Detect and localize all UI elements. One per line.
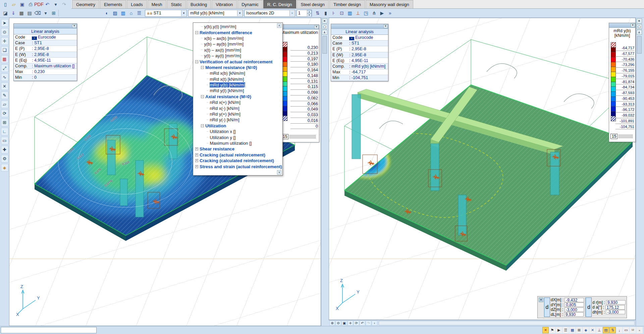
tree-expander-icon[interactable]: + bbox=[195, 153, 198, 156]
tree-expander-icon[interactable]: − bbox=[201, 95, 204, 98]
tree-expander-icon[interactable]: ┄ bbox=[207, 130, 208, 133]
tab[interactable]: Mesh bbox=[148, 0, 166, 8]
region-tool[interactable]: ▱ bbox=[1, 101, 8, 108]
display-settings-button[interactable]: ☰ bbox=[136, 9, 143, 17]
animation-button[interactable]: ▶ bbox=[378, 9, 386, 17]
tab[interactable]: Static bbox=[167, 0, 186, 8]
tab[interactable]: Vibration bbox=[212, 0, 237, 8]
tree-item[interactable]: + Stress and strain (actual reinforcemen… bbox=[193, 163, 282, 169]
delete-options-button[interactable]: ▾ bbox=[42, 9, 49, 17]
previous-view-button[interactable]: ↶ bbox=[360, 321, 365, 326]
tree-item[interactable]: ┄ y(b) – ay(b) [mm²/m] bbox=[193, 41, 282, 47]
tables-button[interactable]: ▦ bbox=[18, 9, 25, 17]
tree-item[interactable]: ┄ Utilization y [] bbox=[193, 134, 282, 140]
tab[interactable]: Masonry wall design bbox=[366, 0, 413, 8]
region-display-button[interactable]: ▥ bbox=[119, 9, 127, 17]
status-snap-intersect[interactable]: ✕ bbox=[589, 327, 596, 333]
scroll-up-icon[interactable]: ∧ bbox=[277, 23, 281, 28]
tree-expander-icon[interactable]: ┄ bbox=[201, 37, 203, 40]
next-view-button[interactable]: ↷ bbox=[366, 321, 371, 326]
status-snap-vert[interactable]: ↓ bbox=[616, 327, 623, 333]
close-icon[interactable]: ✕ bbox=[539, 297, 543, 302]
shell-results-button[interactable]: ◐ bbox=[103, 9, 111, 17]
status-flag[interactable]: ⚑ bbox=[549, 327, 555, 333]
undo-button[interactable]: ↶ bbox=[44, 1, 51, 8]
close-icon[interactable]: ✕ bbox=[637, 18, 642, 23]
delete-results-button[interactable]: ⌫ bbox=[34, 9, 41, 17]
tree-expander-icon[interactable]: ┄ bbox=[207, 89, 208, 92]
tree-expander-icon[interactable]: − bbox=[201, 124, 204, 127]
pan-view-button[interactable]: ✛ bbox=[347, 321, 353, 326]
tree-expander-icon[interactable]: + bbox=[195, 147, 198, 150]
panel-titlebar[interactable]: ✕ bbox=[609, 23, 635, 28]
tree-item[interactable]: ┄ mRd x(t) [kNm/m] bbox=[193, 76, 282, 82]
tab[interactable]: R. C. Design bbox=[263, 0, 296, 8]
spline-tool[interactable]: ∿ bbox=[1, 73, 8, 81]
tab[interactable]: Dynamic bbox=[237, 0, 263, 8]
status-window[interactable]: ⊞ bbox=[576, 327, 582, 333]
new-window-button[interactable]: ⊞ bbox=[50, 9, 57, 17]
result-scale-button[interactable]: ▮ bbox=[322, 9, 329, 17]
zoom-in-button[interactable]: ⊕ bbox=[329, 321, 335, 326]
tree-item[interactable]: ┄ x(t) – ax(t) [mm²/m] bbox=[193, 47, 282, 53]
show-max-min-button[interactable]: ⇅ bbox=[314, 9, 321, 17]
crack-display-button[interactable]: ⋔ bbox=[370, 9, 378, 17]
print-button[interactable]: ⎙ bbox=[27, 1, 34, 8]
tree-item[interactable]: ┄ nRd y(-) [kN/m] bbox=[193, 117, 282, 123]
tree-expander-icon[interactable]: ┄ bbox=[207, 107, 208, 110]
panel-titlebar[interactable]: ✕ bbox=[14, 24, 77, 28]
reactions-display-button[interactable]: ⊥ bbox=[354, 9, 362, 17]
maximize-icon[interactable]: ▢ bbox=[322, 24, 327, 29]
section-display-button[interactable]: ⊦ bbox=[330, 9, 337, 17]
detailed-results-button[interactable]: » bbox=[386, 9, 394, 17]
status-run[interactable]: ▶ bbox=[556, 327, 562, 333]
corner-tool[interactable]: ∟ bbox=[1, 128, 8, 135]
isosurface-count-input[interactable] bbox=[297, 10, 306, 16]
tree-item[interactable]: ┄ Maximum utilization [] bbox=[193, 140, 282, 146]
status-snap-ortho[interactable]: ⇅ bbox=[609, 327, 616, 333]
section-values-button[interactable]: ⊡ bbox=[338, 9, 345, 17]
tree-item[interactable]: − Moment resistance (N=0) bbox=[193, 65, 282, 70]
tree-item[interactable]: − Utilization bbox=[193, 123, 282, 129]
orbit-view-button[interactable]: ⟳ bbox=[354, 321, 359, 326]
status-mesh[interactable]: ▦ bbox=[569, 327, 576, 333]
tree-expander-icon[interactable]: ┄ bbox=[207, 72, 208, 75]
save-file-button[interactable]: ▣ bbox=[18, 1, 26, 8]
chevron-down-icon[interactable]: ▼ bbox=[181, 10, 186, 16]
zoom-window-button[interactable]: ▣ bbox=[341, 321, 347, 326]
status-snap-perp[interactable]: ⊥ bbox=[596, 327, 602, 333]
tree-expander-icon[interactable]: ┄ bbox=[207, 118, 208, 122]
close-icon[interactable]: ✕ bbox=[322, 18, 327, 23]
tree-item[interactable]: ┄ y(t) – ay(t) [mm²/m] bbox=[193, 53, 282, 59]
close-icon[interactable]: ✕ bbox=[631, 23, 635, 27]
result-component-combo[interactable]: mRd y(b) [kNm/m] ▼ bbox=[188, 10, 243, 17]
tree-item[interactable]: + Shear resistance bbox=[193, 146, 282, 152]
rotate-tool[interactable]: ⟳ bbox=[1, 110, 8, 117]
scroll-up-icon[interactable]: ∧ bbox=[637, 30, 642, 35]
scroll-up-icon[interactable]: ∧ bbox=[322, 30, 327, 35]
crosshair-tool[interactable]: ✚ bbox=[1, 146, 8, 153]
settings-tool[interactable]: ⚙ bbox=[1, 155, 8, 162]
graph-display-button[interactable]: ▥ bbox=[346, 9, 354, 17]
close-icon[interactable]: ✕ bbox=[383, 24, 388, 28]
panel-titlebar[interactable]: ✕ bbox=[280, 25, 319, 29]
tree-expander-icon[interactable]: ┄ bbox=[207, 136, 208, 139]
tree-item[interactable]: − Reinforcement difference bbox=[193, 29, 282, 35]
mesh-display-button[interactable]: ▨ bbox=[111, 9, 119, 17]
close-icon[interactable]: ✕ bbox=[72, 24, 76, 28]
status-dot[interactable]: ▫ bbox=[636, 327, 643, 333]
spinner-down-icon[interactable]: ▼ bbox=[307, 13, 312, 17]
close-icon[interactable]: ✕ bbox=[314, 25, 319, 29]
tree-item[interactable]: ┄ nRd x(+) [kN/m] bbox=[193, 99, 282, 105]
select-tool[interactable]: ➤ bbox=[1, 19, 8, 27]
edit-tool[interactable]: ✎ bbox=[1, 91, 8, 99]
open-file-button[interactable]: ▱ bbox=[10, 1, 17, 8]
chevron-down-icon[interactable]: ▼ bbox=[237, 10, 242, 16]
chevron-down-icon[interactable]: ˅ bbox=[289, 10, 294, 16]
scale-tool[interactable]: ⤢ bbox=[1, 64, 8, 72]
status-layers[interactable]: ☰ bbox=[562, 327, 569, 333]
horizontal-scrollbar[interactable] bbox=[379, 321, 635, 325]
tree-item[interactable]: ┄ y(b),y(t) [mm²/m] bbox=[193, 24, 282, 29]
tree-item[interactable]: ┄ nRd x(-) [kN/m] bbox=[193, 105, 282, 111]
measure-tool[interactable]: ▭ bbox=[1, 137, 8, 144]
